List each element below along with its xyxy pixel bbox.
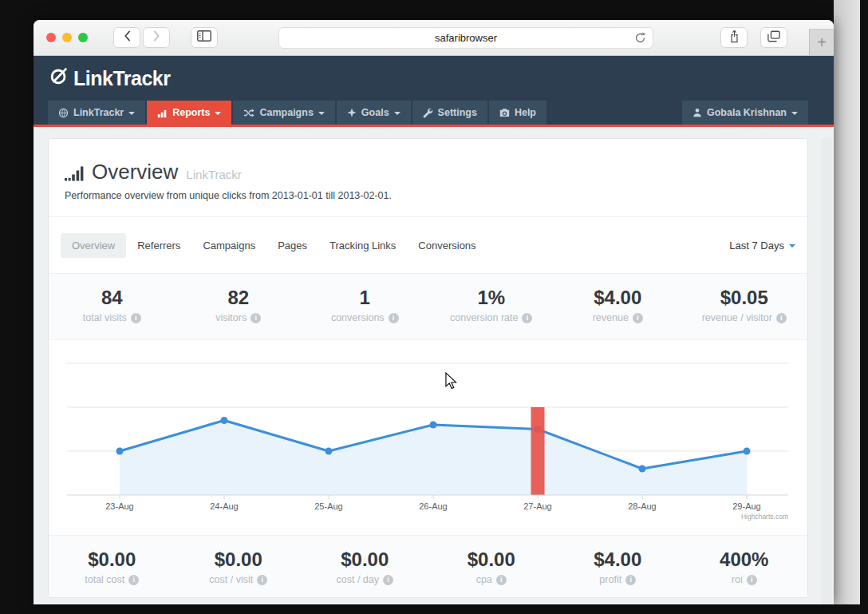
- forward-button[interactable]: [143, 27, 170, 48]
- app-navbar: LinkTrackr LinkTrackrReportsCampaignsGoa…: [34, 56, 834, 127]
- stat-label-text: cpa: [476, 574, 492, 585]
- share-icon: [729, 30, 740, 46]
- tabs-icon: [767, 30, 780, 46]
- chart-svg: 23-Aug24-Aug25-Aug26-Aug27-Aug28-Aug29-A…: [61, 348, 795, 530]
- stat-revenue: $4.00revenuei: [554, 287, 681, 328]
- data-point[interactable]: [221, 417, 228, 424]
- nav-item-label: Help: [515, 107, 536, 118]
- new-tab-button[interactable]: +: [809, 29, 834, 55]
- info-icon[interactable]: i: [625, 575, 636, 585]
- browser-titlebar: safaribrowser +: [34, 20, 834, 56]
- close-window-button[interactable]: [46, 33, 56, 42]
- zoom-window-button[interactable]: [78, 33, 88, 42]
- person-icon: [692, 108, 702, 117]
- nav-item-settings[interactable]: Settings: [412, 101, 487, 125]
- stat-label: total visitsi: [49, 312, 176, 323]
- stat-conversion-rate: 1%conversion ratei: [428, 287, 555, 328]
- tab-overview-button[interactable]: [760, 27, 787, 48]
- chevron-down-icon: [128, 112, 135, 115]
- nav-item-label: LinkTrackr: [73, 107, 124, 118]
- report-tabs: OverviewReferrersCampaignsPagesTracking …: [49, 217, 807, 273]
- app-logo[interactable]: LinkTrackr: [48, 65, 170, 92]
- nav-item-goals[interactable]: Goals: [337, 101, 411, 125]
- date-range-dropdown[interactable]: Last 7 Days: [729, 240, 795, 252]
- page-content: Overview LinkTrackr Performance overview…: [34, 138, 834, 604]
- tab-tracking-links[interactable]: Tracking Links: [318, 233, 407, 258]
- nav-item-label: Campaigns: [259, 107, 313, 118]
- stat-label-text: revenue / visitor: [702, 312, 772, 323]
- tab-overview[interactable]: Overview: [61, 233, 126, 258]
- plus-icon: +: [817, 34, 827, 52]
- stat-value: $4.00: [554, 287, 681, 309]
- stat-label-text: cost / day: [337, 574, 380, 585]
- stat-visitors: 82visitorsi: [176, 287, 302, 328]
- stat-profit: $4.00profiti: [554, 549, 681, 588]
- tab-conversions[interactable]: Conversions: [407, 233, 487, 258]
- info-icon[interactable]: i: [383, 575, 393, 585]
- shuffle-icon: [243, 108, 254, 118]
- traffic-lights: [46, 33, 88, 42]
- tab-referrers[interactable]: Referrers: [126, 233, 191, 258]
- tab-campaigns[interactable]: Campaigns: [191, 233, 266, 258]
- scrollbar-track[interactable]: [821, 138, 832, 604]
- stat-label-text: cost / visit: [209, 574, 253, 585]
- stat-revenue-visitor: $0.05revenue / visitori: [681, 287, 808, 328]
- info-icon[interactable]: i: [251, 313, 261, 323]
- x-axis-label: 23-Aug: [105, 501, 133, 511]
- tab-pages[interactable]: Pages: [266, 233, 318, 258]
- data-point[interactable]: [116, 448, 124, 455]
- stat-value: 84: [49, 287, 176, 309]
- back-button[interactable]: [113, 27, 140, 48]
- info-icon[interactable]: i: [131, 313, 141, 323]
- nav-item-linktrackr[interactable]: LinkTrackr: [48, 101, 145, 125]
- x-axis-label: 24-Aug: [210, 501, 238, 511]
- info-icon[interactable]: i: [747, 575, 757, 585]
- info-icon[interactable]: i: [496, 575, 507, 585]
- stat-total-visits: 84total visitsi: [49, 287, 176, 328]
- stat-label-text: conversion rate: [450, 312, 518, 323]
- stat-label-text: conversions: [331, 312, 385, 323]
- visits-chart: 23-Aug24-Aug25-Aug26-Aug27-Aug28-Aug29-A…: [49, 340, 807, 535]
- info-icon[interactable]: i: [633, 313, 643, 323]
- chevron-down-icon: [394, 112, 400, 115]
- user-menu[interactable]: Gobala Krishnan: [682, 101, 808, 125]
- x-axis-label: 28-Aug: [628, 501, 656, 511]
- info-icon[interactable]: i: [389, 313, 399, 323]
- minimize-window-button[interactable]: [62, 33, 72, 42]
- data-point[interactable]: [744, 448, 751, 455]
- info-icon[interactable]: i: [257, 575, 267, 585]
- sidebar-toggle-button[interactable]: [191, 27, 218, 48]
- data-point[interactable]: [639, 465, 646, 473]
- data-point[interactable]: [326, 448, 333, 455]
- highlight-column[interactable]: [531, 407, 545, 495]
- info-icon[interactable]: i: [128, 575, 139, 585]
- stat-value: $0.00: [302, 549, 428, 571]
- stat-label: total costi: [49, 574, 176, 585]
- info-icon[interactable]: i: [776, 313, 787, 323]
- stat-label: revenue / visitori: [681, 312, 808, 323]
- stat-total-cost: $0.00total costi: [49, 549, 176, 588]
- info-icon[interactable]: i: [522, 313, 532, 323]
- target-icon: [347, 108, 357, 117]
- stats-row-top: 84total visitsi82visitorsi1conversionsi1…: [49, 273, 807, 340]
- address-bar[interactable]: safaribrowser: [278, 27, 653, 49]
- x-axis-label: 25-Aug: [314, 501, 342, 511]
- background-window-strip: [834, 0, 860, 604]
- stat-label-text: revenue: [593, 312, 629, 323]
- stat-label-text: visitors: [215, 312, 247, 323]
- signal-bars-icon: [65, 166, 84, 184]
- nav-item-campaigns[interactable]: Campaigns: [233, 101, 334, 125]
- bar-chart-icon: [157, 108, 168, 118]
- stat-label: roii: [681, 574, 808, 585]
- chart-credit[interactable]: Highcharts.com: [741, 513, 788, 521]
- data-point[interactable]: [430, 422, 437, 429]
- date-range-label: Last 7 Days: [729, 240, 784, 252]
- share-button[interactable]: [720, 27, 748, 48]
- stat-cost-visit: $0.00cost / visiti: [176, 549, 302, 588]
- chevron-right-icon: [153, 30, 160, 45]
- nav-item-help[interactable]: Help: [489, 101, 546, 125]
- nav-item-reports[interactable]: Reports: [147, 101, 231, 125]
- stat-label: conversion ratei: [428, 312, 555, 323]
- stat-value: $0.00: [428, 549, 555, 571]
- reload-icon[interactable]: [634, 32, 646, 46]
